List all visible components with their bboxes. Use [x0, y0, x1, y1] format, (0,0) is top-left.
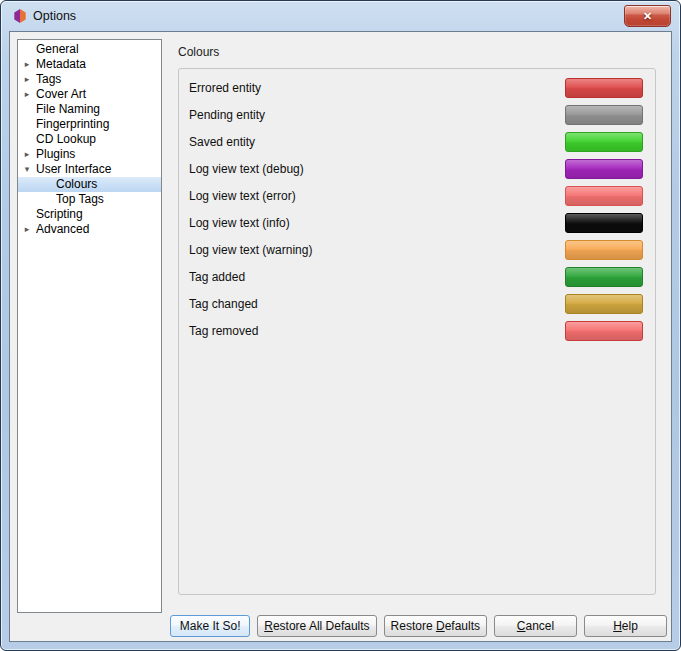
colour-row-label: Tag removed: [189, 321, 258, 342]
sidebar-item-plugins[interactable]: ▸ Plugins: [18, 147, 161, 162]
sidebar-item-colours[interactable]: Colours: [18, 177, 161, 192]
colour-row-label: Saved entity: [189, 132, 255, 153]
colour-row-label: Tag added: [189, 267, 245, 288]
colour-row-label: Tag changed: [189, 294, 258, 315]
sidebar-item-cd-lookup[interactable]: CD Lookup: [18, 132, 161, 147]
sidebar-item-label: Plugins: [36, 147, 75, 162]
expander-collapsed-icon[interactable]: ▸: [18, 222, 36, 237]
colour-row: Log view text (info): [179, 213, 655, 234]
group-title: Colours: [178, 45, 219, 59]
sidebar-item-advanced[interactable]: ▸ Advanced: [18, 222, 161, 237]
make-it-so-button[interactable]: Make It So!: [170, 615, 250, 637]
expander-expanded-icon[interactable]: ▾: [18, 162, 36, 177]
close-icon: ✕: [643, 10, 652, 22]
help-button[interactable]: Help: [584, 615, 667, 637]
restore-defaults-button[interactable]: Restore Defaults: [384, 615, 487, 637]
sidebar-item-label: General: [36, 42, 79, 57]
restore-all-defaults-button[interactable]: Restore All Defaults: [257, 615, 376, 637]
sidebar-item-label: Cover Art: [36, 87, 86, 102]
colour-row-label: Pending entity: [189, 105, 265, 126]
colour-row: Pending entity: [179, 105, 655, 126]
sidebar-item-label: Metadata: [36, 57, 86, 72]
sidebar-item-label: Scripting: [36, 207, 83, 222]
colour-row: Log view text (error): [179, 186, 655, 207]
button-mnemonic: D: [436, 619, 445, 633]
color-swatch-button[interactable]: [565, 186, 643, 206]
picard-app-icon: [12, 8, 28, 24]
button-label: ancel: [525, 619, 554, 633]
color-swatch-button[interactable]: [565, 240, 643, 260]
expander-collapsed-icon[interactable]: ▸: [18, 87, 36, 102]
sidebar-item-label: Top Tags: [56, 192, 104, 207]
settings-tree[interactable]: General ▸ Metadata ▸ Tags ▸ Cover Art Fi…: [17, 39, 162, 613]
sidebar-item-label: Fingerprinting: [36, 117, 109, 132]
sidebar-item-general[interactable]: General: [18, 42, 161, 57]
button-label: estore All Defaults: [273, 619, 370, 633]
sidebar-item-tags[interactable]: ▸ Tags: [18, 72, 161, 87]
button-label: Make It So!: [180, 619, 241, 633]
sidebar-item-label: File Naming: [36, 102, 100, 117]
sidebar-item-metadata[interactable]: ▸ Metadata: [18, 57, 161, 72]
sidebar-item-fingerprinting[interactable]: Fingerprinting: [18, 117, 161, 132]
color-swatch-button[interactable]: [565, 321, 643, 341]
colour-row: Log view text (warning): [179, 240, 655, 261]
color-swatch-button[interactable]: [565, 78, 643, 98]
sidebar-item-label: Colours: [56, 177, 97, 192]
color-swatch-button[interactable]: [565, 294, 643, 314]
dialog-button-row: Make It So! Restore All Defaults Restore…: [10, 615, 667, 637]
color-swatch-button[interactable]: [565, 159, 643, 179]
title-bar[interactable]: Options ✕: [1, 1, 680, 31]
button-label: Restore: [391, 619, 436, 633]
options-dialog: Options ✕ General ▸ Metadata ▸ Tags ▸ Co…: [0, 0, 681, 651]
dialog-body: General ▸ Metadata ▸ Tags ▸ Cover Art Fi…: [9, 31, 672, 642]
colour-row-label: Log view text (error): [189, 186, 296, 207]
sidebar-item-label: Tags: [36, 72, 61, 87]
colour-row: Tag added: [179, 267, 655, 288]
sidebar-item-top-tags[interactable]: Top Tags: [18, 192, 161, 207]
sidebar-item-label: User Interface: [36, 162, 111, 177]
colour-row: Saved entity: [179, 132, 655, 153]
button-mnemonic: H: [613, 619, 622, 633]
expander-collapsed-icon[interactable]: ▸: [18, 57, 36, 72]
sidebar-item-label: CD Lookup: [36, 132, 96, 147]
color-swatch-button[interactable]: [565, 267, 643, 287]
sidebar-item-label: Advanced: [36, 222, 89, 237]
colour-row: Tag removed: [179, 321, 655, 342]
colours-group: Errored entity Pending entity Saved enti…: [178, 68, 656, 595]
colour-row-label: Log view text (debug): [189, 159, 304, 180]
close-button[interactable]: ✕: [624, 5, 671, 27]
button-mnemonic: R: [264, 619, 273, 633]
sidebar-item-user-interface[interactable]: ▾ User Interface: [18, 162, 161, 177]
colour-row-label: Log view text (info): [189, 213, 290, 234]
colour-row: Errored entity: [179, 78, 655, 99]
color-swatch-button[interactable]: [565, 132, 643, 152]
expander-collapsed-icon[interactable]: ▸: [18, 72, 36, 87]
expander-collapsed-icon[interactable]: ▸: [18, 147, 36, 162]
colour-row: Log view text (debug): [179, 159, 655, 180]
colour-row-label: Log view text (warning): [189, 240, 312, 261]
sidebar-item-file-naming[interactable]: File Naming: [18, 102, 161, 117]
color-swatch-button[interactable]: [565, 105, 643, 125]
button-label: efaults: [445, 619, 480, 633]
sidebar-item-cover-art[interactable]: ▸ Cover Art: [18, 87, 161, 102]
window-title: Options: [33, 1, 76, 31]
color-swatch-button[interactable]: [565, 213, 643, 233]
sidebar-item-scripting[interactable]: Scripting: [18, 207, 161, 222]
colour-row-label: Errored entity: [189, 78, 261, 99]
cancel-button[interactable]: Cancel: [494, 615, 577, 637]
colour-row: Tag changed: [179, 294, 655, 315]
button-label: elp: [622, 619, 638, 633]
